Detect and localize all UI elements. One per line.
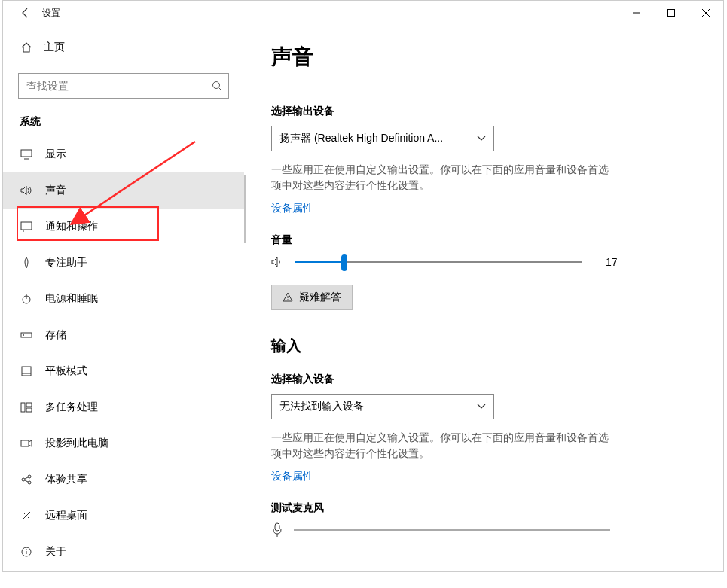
nav-label: 投影到此电脑 — [45, 437, 108, 450]
output-device-value: 扬声器 (Realtek High Definition A... — [279, 132, 443, 145]
nav-display[interactable]: 显示 — [3, 136, 244, 172]
svg-line-27 — [28, 517, 30, 519]
svg-rect-1 — [668, 10, 675, 17]
sound-icon — [20, 185, 33, 196]
svg-point-20 — [28, 475, 31, 478]
svg-rect-6 — [21, 150, 32, 157]
microphone-icon — [271, 522, 283, 538]
output-help-text: 一些应用正在使用自定义输出设置。你可以在下面的应用音量和设备首选项中对这些内容进… — [271, 162, 610, 193]
test-mic-label: 测试麦克风 — [271, 501, 696, 515]
input-help-text: 一些应用正在使用自定义输入设置。你可以在下面的应用音量和设备首选项中对这些内容进… — [271, 430, 610, 462]
svg-point-21 — [28, 481, 31, 484]
about-icon — [20, 546, 33, 558]
svg-point-12 — [23, 334, 24, 336]
svg-point-30 — [26, 549, 27, 550]
maximize-button[interactable] — [654, 1, 689, 25]
svg-point-33 — [287, 299, 288, 300]
input-select-label: 选择输入设备 — [271, 373, 696, 386]
page-title: 声音 — [271, 43, 696, 72]
tablet-icon — [20, 366, 33, 376]
volume-slider[interactable] — [295, 261, 582, 263]
svg-rect-13 — [22, 367, 31, 376]
nav-multitask[interactable]: 多任务处理 — [3, 389, 244, 425]
input-device-properties-link[interactable]: 设备属性 — [271, 470, 313, 483]
remote-icon — [20, 510, 33, 522]
share-icon — [20, 474, 33, 486]
nav-focus[interactable]: 专注助手 — [3, 245, 244, 281]
nav-share[interactable]: 体验共享 — [3, 462, 244, 498]
svg-line-5 — [219, 88, 222, 91]
svg-rect-18 — [21, 440, 29, 446]
power-icon — [20, 293, 33, 305]
volume-icon[interactable] — [271, 256, 285, 268]
svg-point-4 — [213, 82, 220, 89]
section-label: 系统 — [3, 109, 244, 136]
input-device-select[interactable]: 无法找到输入设备 — [271, 394, 494, 419]
mic-level-meter — [294, 529, 610, 531]
search-field[interactable] — [26, 80, 212, 92]
nav-label: 声音 — [45, 184, 66, 197]
slider-fill — [295, 261, 344, 263]
chevron-down-icon — [477, 404, 486, 410]
window-title: 设置 — [42, 7, 60, 20]
nav-label: 专注助手 — [45, 256, 87, 270]
svg-line-23 — [25, 480, 28, 482]
nav-power[interactable]: 电源和睡眠 — [3, 281, 244, 317]
project-icon — [20, 438, 33, 449]
nav-project[interactable]: 投影到此电脑 — [3, 425, 244, 462]
close-button[interactable] — [689, 1, 723, 25]
search-input[interactable] — [18, 73, 229, 99]
svg-line-22 — [25, 477, 28, 479]
nav-label: 电源和睡眠 — [45, 292, 98, 306]
svg-rect-17 — [26, 408, 32, 412]
svg-point-19 — [22, 478, 25, 481]
nav-remote[interactable]: 远程桌面 — [3, 498, 244, 534]
volume-label: 音量 — [271, 233, 696, 247]
display-icon — [20, 149, 33, 160]
minimize-button[interactable] — [619, 1, 654, 25]
nav-label: 存储 — [45, 328, 66, 342]
output-select-label: 选择输出设备 — [271, 105, 696, 118]
nav-label: 关于 — [45, 545, 66, 559]
svg-rect-34 — [275, 523, 279, 531]
chevron-down-icon — [477, 136, 486, 142]
nav-tablet[interactable]: 平板模式 — [3, 353, 244, 389]
back-button[interactable] — [12, 1, 39, 25]
storage-icon — [20, 330, 33, 340]
nav-sound[interactable]: 声音 — [3, 172, 244, 209]
focus-icon — [20, 257, 33, 269]
home-link[interactable]: 主页 — [3, 32, 244, 62]
svg-line-26 — [23, 512, 25, 514]
nav-label: 平板模式 — [45, 364, 87, 378]
input-section-title: 输入 — [271, 336, 696, 356]
nav-label: 多任务处理 — [45, 401, 98, 414]
troubleshoot-button[interactable]: 疑难解答 — [271, 285, 353, 310]
nav-about[interactable]: 关于 — [3, 534, 244, 570]
svg-rect-15 — [21, 403, 25, 412]
nav-storage[interactable]: 存储 — [3, 317, 244, 353]
svg-rect-8 — [21, 222, 32, 230]
svg-rect-16 — [26, 403, 32, 407]
volume-value: 17 — [606, 256, 618, 268]
warning-icon — [283, 292, 293, 303]
nav-label: 体验共享 — [45, 473, 87, 486]
search-icon — [212, 81, 222, 91]
home-icon — [20, 41, 33, 53]
slider-thumb[interactable] — [341, 254, 347, 271]
home-label: 主页 — [44, 41, 65, 54]
output-device-properties-link[interactable]: 设备属性 — [271, 202, 313, 215]
troubleshoot-label: 疑难解答 — [299, 291, 341, 304]
nav-label: 远程桌面 — [45, 509, 87, 522]
multitask-icon — [20, 402, 33, 413]
nav-label: 通知和操作 — [45, 220, 98, 233]
output-device-select[interactable]: 扬声器 (Realtek High Definition A... — [271, 126, 494, 151]
nav-notifications[interactable]: 通知和操作 — [3, 209, 244, 245]
input-device-value: 无法找到输入设备 — [279, 400, 364, 413]
nav-label: 显示 — [45, 148, 66, 161]
notification-icon — [20, 221, 33, 232]
